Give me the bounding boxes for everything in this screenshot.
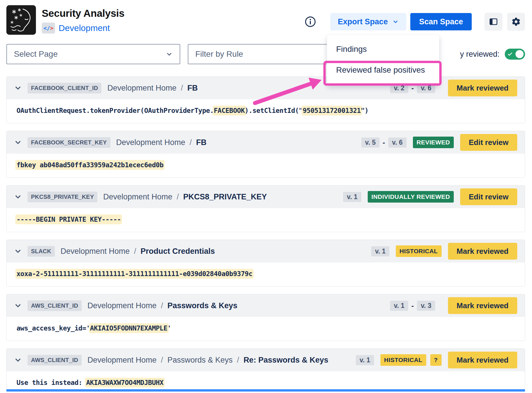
status-badges: HISTORICAL? <box>380 354 442 366</box>
finding-header[interactable]: AWS_CLIENT_ID Development Home/Passwords… <box>7 294 525 317</box>
finding-code: xoxa-2-511111111-31111111111-31111111111… <box>7 262 525 286</box>
expand-button[interactable] <box>14 193 22 201</box>
expand-button[interactable] <box>14 302 22 309</box>
title-block: Security Analysis </> Development <box>42 5 124 34</box>
finding-header-right: v. 1 INDIVIDUALLY REVIEWED Edit review <box>343 188 517 205</box>
chevron-down-icon <box>166 51 173 58</box>
reviewed-toggle[interactable] <box>505 49 525 60</box>
action-button[interactable]: Mark reviewed <box>448 80 517 96</box>
secret-highlight: -----BEGIN PRIVATE KEY----- <box>17 216 121 223</box>
breadcrumb: Development Home/FB <box>116 138 207 147</box>
finding-card: AWS_CLIENT_ID Development Home/Passwords… <box>6 348 525 393</box>
action-button[interactable]: Edit review <box>460 188 517 205</box>
breadcrumb-segment[interactable]: PKCS8_PRIVATE_KEY <box>183 192 267 201</box>
breadcrumb-segment[interactable]: FB <box>196 138 207 147</box>
status-badge: HISTORICAL <box>396 245 442 257</box>
breadcrumb-segment[interactable]: Development Home <box>103 192 172 201</box>
chevron-down-icon <box>14 84 22 92</box>
code-icon-left: </ <box>43 25 50 31</box>
breadcrumb-separator: / <box>161 301 163 310</box>
expand-button[interactable] <box>14 247 22 255</box>
rule-badge: FACEBOOK_CLIENT_ID <box>28 83 101 93</box>
finding-header-right: v. 1 HISTORICAL? Mark reviewed <box>356 352 517 368</box>
finding-header[interactable]: AWS_CLIENT_ID Development Home/Passwords… <box>7 349 525 371</box>
menu-item-reviewed-false-positives[interactable]: Reviewed false positives <box>327 60 439 80</box>
menu-item-findings[interactable]: Findings <box>327 39 439 60</box>
action-button[interactable]: Mark reviewed <box>448 297 517 314</box>
layout-panel-button[interactable] <box>484 13 502 31</box>
breadcrumb-segment[interactable]: Passwords & Keys <box>167 301 238 310</box>
code-text: OAuthClientRequest.tokenProvider(OAuthPr… <box>17 107 214 114</box>
breadcrumb-segment[interactable]: FB <box>187 84 198 93</box>
status-badge: INDIVIDUALLY REVIEWED <box>368 191 454 203</box>
code-icon: </> <box>42 23 55 34</box>
finding-header[interactable]: PKCS8_PRIVATE_KEY Development Home/PKCS8… <box>7 186 525 208</box>
breadcrumb-segment[interactable]: Passwords & Keys <box>167 356 233 365</box>
code-text: ") <box>361 107 369 114</box>
space-row: </> Development <box>42 23 124 34</box>
chevron-down-icon <box>14 139 22 146</box>
version-range-dash: - <box>411 84 414 92</box>
finding-header-right: v. 1-v. 3 Mark reviewed <box>390 297 517 314</box>
help-badge[interactable]: ? <box>430 354 442 366</box>
export-space-button[interactable]: Export Space <box>330 13 407 30</box>
finding-code: -----BEGIN PRIVATE KEY----- <box>7 208 525 232</box>
finding-card: FACEBOOK_SECRET_KEY Development Home/FB … <box>6 131 525 178</box>
sidebar-layout-icon <box>489 17 498 26</box>
secret-highlight: xoxa-2-511111111-31111111111-31111111111… <box>17 270 252 278</box>
app-logo <box>6 5 36 35</box>
chevron-down-icon <box>14 247 22 255</box>
select-page-dropdown[interactable]: Select Page <box>6 44 180 64</box>
breadcrumb-segment[interactable]: Development Home <box>107 84 176 93</box>
version-badges: v. 5-v. 6 <box>361 137 407 148</box>
version-badge: v. 1 <box>390 301 408 311</box>
breadcrumb-segment[interactable]: Development Home <box>88 356 157 365</box>
breadcrumb-segment[interactable]: Development Home <box>88 301 157 310</box>
space-link[interactable]: Development <box>59 23 110 33</box>
export-space-label: Export Space <box>338 17 388 26</box>
action-button[interactable]: Edit review <box>460 134 517 151</box>
rule-badge: AWS_CLIENT_ID <box>28 355 82 366</box>
breadcrumb-separator: / <box>161 356 163 365</box>
breadcrumb-separator: / <box>190 138 192 147</box>
filter-row: Select Page Filter by Rule y reviewed: <box>0 35 532 67</box>
finding-card: FACEBOOK_CLIENT_ID Development Home/FB v… <box>6 76 525 123</box>
version-badge: v. 1 <box>356 355 374 365</box>
expand-button[interactable] <box>14 356 22 364</box>
info-icon[interactable] <box>304 16 316 28</box>
version-badges: v. 1 <box>371 246 389 256</box>
version-range-dash: - <box>411 302 414 310</box>
breadcrumb: Development Home/FB <box>107 84 198 93</box>
breadcrumb-separator: / <box>181 84 183 93</box>
settings-button[interactable] <box>507 13 525 31</box>
code-icon-right: > <box>50 25 53 31</box>
expand-button[interactable] <box>14 84 22 92</box>
check-icon <box>507 52 513 57</box>
secret-highlight: FACEBOOK <box>214 107 245 114</box>
secret-highlight: fbkey ab048ad50ffa33959a242b1ecec6ed0b <box>17 161 163 169</box>
version-badge: v. 1 <box>343 192 361 202</box>
status-badges: INDIVIDUALLY REVIEWED <box>368 191 454 203</box>
status-badge: REVIEWED <box>413 137 454 148</box>
secret-highlight: AKIA3WAXW7OO4MDJBUHX <box>86 379 163 386</box>
finding-header[interactable]: FACEBOOK_SECRET_KEY Development Home/FB … <box>7 131 525 154</box>
breadcrumb-segment[interactable]: Development Home <box>116 138 185 147</box>
breadcrumb-segment[interactable]: Re: Passwords & Keys <box>243 356 328 365</box>
finding-code: OAuthClientRequest.tokenProvider(OAuthPr… <box>7 99 525 123</box>
finding-header[interactable]: FACEBOOK_CLIENT_ID Development Home/FB v… <box>7 77 525 99</box>
action-button[interactable]: Mark reviewed <box>448 243 517 260</box>
rule-badge: FACEBOOK_SECRET_KEY <box>28 137 110 148</box>
finding-header[interactable]: SLACK Development Home/Product Credentia… <box>7 240 525 262</box>
security-analysis-page: Security Analysis </> Development Export… <box>0 0 532 393</box>
breadcrumb-segment[interactable]: Development Home <box>61 247 130 256</box>
code-text: Use this instead: <box>17 379 86 386</box>
breadcrumb-segment[interactable]: Product Credentials <box>141 247 215 256</box>
code-text: ' <box>167 324 171 332</box>
action-button[interactable]: Mark reviewed <box>448 352 517 368</box>
chevron-down-icon <box>14 193 22 201</box>
expand-button[interactable] <box>14 139 22 146</box>
version-badge: v. 1 <box>371 246 389 256</box>
scan-space-button[interactable]: Scan Space <box>410 13 472 30</box>
breadcrumb-separator: / <box>134 247 136 256</box>
code-text: aws_access_key_id=' <box>17 324 90 332</box>
